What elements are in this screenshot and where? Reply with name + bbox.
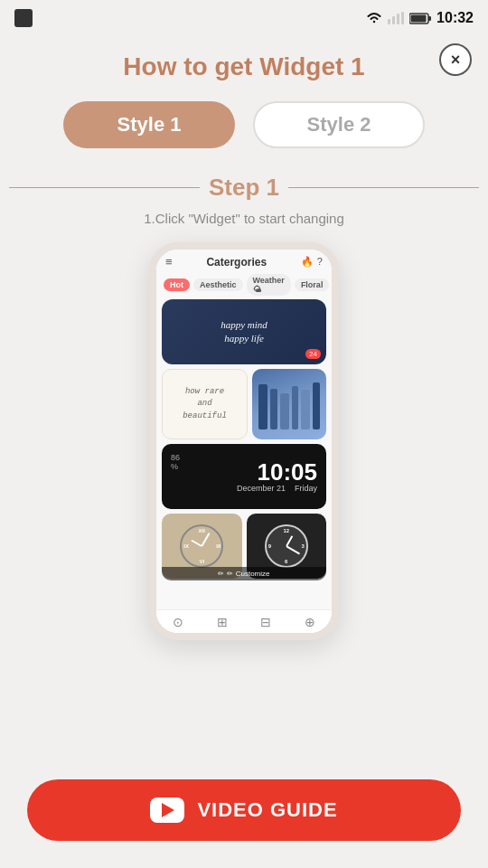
svg-rect-1: [392, 16, 395, 24]
book-4: [292, 386, 298, 429]
phone-screen: ≡ Catergories 🔥 ? Hot Aesthetic Weather …: [156, 250, 332, 633]
phone-frame: ≡ Catergories 🔥 ? Hot Aesthetic Weather …: [149, 242, 339, 640]
card-handwritten[interactable]: how rare and beautiful: [162, 369, 248, 439]
clock-date: December 21 Friday: [237, 484, 317, 493]
pill-floral[interactable]: Floral: [295, 278, 330, 291]
watch-face-2: 12 6 9 3: [265, 524, 308, 568]
status-bar: 10:32: [0, 0, 488, 33]
clock-time: 10:05: [258, 460, 318, 484]
book-5: [301, 390, 310, 429]
pill-aesthetic[interactable]: Aesthetic: [193, 278, 243, 291]
step-heading: Step 1: [0, 174, 488, 202]
svg-rect-2: [397, 14, 399, 24]
app-icon: [14, 9, 33, 27]
card-clock[interactable]: 86% 10:05 December 21 Friday: [162, 444, 326, 509]
step-line-right: [288, 187, 479, 188]
video-guide-button[interactable]: VIDEO GUIDE: [27, 779, 461, 841]
handwritten-text: how rare and beautiful: [183, 386, 227, 423]
clock-day-label: Friday: [295, 484, 317, 493]
watch-num-6: VI: [199, 559, 204, 564]
style-selector: Style 1 Style 2: [0, 101, 488, 148]
info-icon: ?: [317, 256, 323, 268]
play-triangle: [162, 803, 174, 817]
pill-hot[interactable]: Hot: [164, 278, 190, 291]
watch-face-1: XII VI IX III: [180, 524, 223, 568]
battery-icon: [409, 13, 431, 24]
close-button[interactable]: ×: [439, 43, 472, 76]
customize-icon: ✏: [218, 570, 224, 578]
svg-rect-6: [411, 14, 427, 22]
phone-nav: ⊙ ⊞ ⊟ ⊕: [156, 609, 332, 633]
nav-grid-icon[interactable]: ⊞: [217, 615, 228, 629]
book-2: [270, 389, 277, 429]
watch2-num-6: 6: [285, 559, 287, 564]
filter-icon[interactable]: ⊞: [333, 279, 339, 291]
step-title: Step 1: [209, 174, 279, 202]
watch-num-9: IX: [183, 543, 189, 549]
phone-topbar-icons: 🔥 ?: [301, 256, 323, 268]
phone-grid: happy mindhappy life 24 how rare and bea…: [156, 299, 332, 609]
customize-label: ✏ Customize: [227, 570, 269, 578]
style2-button[interactable]: Style 2: [253, 101, 425, 148]
step-line-left: [9, 187, 200, 188]
page-title: How to get Widget 1: [0, 52, 488, 81]
pill-weather[interactable]: Weather 🌤: [247, 274, 291, 296]
book-6: [313, 382, 320, 429]
watch-min-hand: [202, 533, 211, 546]
book-3: [280, 393, 289, 429]
clock-pct: 86%: [171, 453, 180, 471]
customize-bar[interactable]: ✏ ✏ Customize: [162, 567, 326, 580]
filter-pills: Hot Aesthetic Weather 🌤 Floral ⊞: [156, 272, 332, 299]
happy-badge: 24: [305, 349, 321, 359]
nav-person-icon[interactable]: ⊕: [305, 615, 315, 629]
youtube-icon: [150, 797, 184, 823]
phone-wrapper: ≡ Catergories 🔥 ? Hot Aesthetic Weather …: [0, 242, 488, 640]
signal-icon: [388, 12, 404, 24]
status-time: 10:32: [436, 10, 474, 26]
happy-mind-text: happy mindhappy life: [221, 318, 267, 346]
watch2-num-12: 12: [283, 528, 289, 533]
card-row-2: how rare and beautiful: [162, 369, 326, 439]
svg-rect-5: [428, 16, 431, 21]
clock-date-label: December 21: [237, 484, 286, 493]
svg-rect-3: [401, 12, 404, 24]
watch2-num-9: 9: [268, 543, 271, 549]
flame-icon: 🔥: [301, 256, 314, 268]
nav-home-icon[interactable]: ⊙: [173, 615, 183, 629]
watch-num-12: XII: [199, 528, 205, 533]
book-1: [258, 384, 267, 429]
phone-screen-title: Catergories: [206, 256, 267, 269]
card-books[interactable]: [252, 369, 326, 439]
status-icons: 10:32: [366, 10, 474, 26]
style1-button[interactable]: Style 1: [63, 101, 235, 148]
step-instruction: 1.Click "Widget" to start changing: [0, 211, 488, 226]
hamburger-icon: ≡: [165, 255, 173, 269]
books-visual: [258, 380, 320, 429]
nav-layers-icon[interactable]: ⊟: [260, 615, 271, 629]
card-happy-mind[interactable]: happy mindhappy life 24: [162, 299, 326, 364]
phone-topbar: ≡ Catergories 🔥 ?: [156, 250, 332, 272]
watch2-num-3: 3: [301, 543, 304, 549]
video-guide-label: VIDEO GUIDE: [197, 798, 337, 822]
svg-rect-0: [388, 19, 390, 24]
wifi-icon: [366, 12, 382, 24]
watch-num-3: III: [216, 543, 221, 549]
customize-overlay: ✏ ✏ Customize: [162, 567, 326, 580]
watch2-min-hand: [286, 545, 299, 554]
